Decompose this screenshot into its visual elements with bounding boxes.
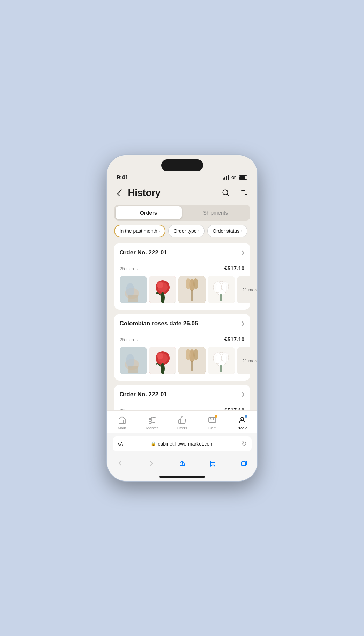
nav-item-market[interactable]: Market [141,414,163,432]
home-icon [118,415,127,425]
ios-toolbar [107,455,257,472]
content-area: History [107,182,257,481]
order-price: €517.10 [224,407,245,410]
filter-status[interactable]: Order status › [207,225,247,237]
forward-browser-button[interactable] [145,457,157,470]
profile-icon [238,415,247,425]
svg-point-33 [186,349,191,360]
order-meta: 25 items €517.10 [120,337,245,343]
nav-item-offers[interactable]: Offers [171,414,193,432]
product-image [208,347,235,374]
order-card[interactable]: Order No. 222-01 25 items €517.10 [114,385,250,410]
order-items-count: 25 items [120,408,138,410]
svg-point-23 [126,354,134,368]
filters-row: In the past month › Order type › Order s… [107,225,257,243]
svg-rect-47 [149,417,151,419]
browser-bar: AA 🔒 cabinet.flowermarket.com ↻ [107,433,257,455]
nav-label-profile: Profile [237,426,247,430]
svg-point-29 [157,353,163,359]
svg-point-9 [157,282,163,288]
nav-item-cart[interactable]: Cart [201,414,223,432]
more-images-badge: 21 more [237,276,257,303]
share-button[interactable] [176,457,188,470]
tabs-button[interactable] [238,457,250,470]
product-image [120,276,147,303]
order-card[interactable]: Colombian roses date 26.05 25 items €517… [114,314,250,381]
header-left: History [114,187,161,198]
order-title: Order No. 222-01 [120,391,167,398]
browser-url[interactable]: 🔒 cabinet.flowermarket.com [151,441,214,447]
svg-rect-25 [128,366,138,373]
svg-point-18 [213,282,222,293]
order-price: €517.10 [224,337,245,343]
filter-time[interactable]: In the past month › [114,225,166,237]
search-button[interactable] [220,187,232,199]
back-button[interactable] [114,187,125,198]
market-icon [148,415,157,425]
svg-point-19 [222,282,229,291]
tab-orders[interactable]: Orders [116,206,182,219]
chevron-icon: › [198,229,200,233]
order-card[interactable]: Order No. 222-01 25 items €517.10 [114,243,250,310]
nav-item-main[interactable]: Main [111,414,133,432]
nav-label-main: Main [118,426,126,430]
order-price: €517.10 [224,266,245,272]
order-meta: 25 items €517.10 [120,407,245,410]
nav-item-profile[interactable]: Profile [231,414,253,432]
svg-point-54 [241,417,244,420]
product-image [178,347,206,374]
reload-button[interactable]: ↻ [242,440,247,448]
chevron-right-icon [241,250,245,255]
dynamic-island [161,159,203,171]
product-image [178,276,206,303]
filter-type[interactable]: Order type › [168,225,205,237]
svg-rect-40 [220,365,222,372]
svg-point-14 [193,278,198,289]
order-images: 21 more [120,276,245,303]
order-card-header: Colombian roses date 26.05 [120,320,245,327]
browser-aa[interactable]: AA [118,441,123,447]
lock-icon: 🔒 [151,441,156,446]
svg-rect-5 [128,295,138,302]
back-browser-button[interactable] [114,457,127,470]
orders-list: Order No. 222-01 25 items €517.10 [107,243,257,410]
status-time: 9:41 [117,174,128,181]
svg-rect-55 [242,462,246,466]
nav-label-market: Market [146,426,158,430]
order-card-header: Order No. 222-01 [120,249,245,256]
svg-point-39 [222,353,229,362]
chevron-icon: › [159,229,160,233]
sort-button[interactable] [238,187,250,199]
phone-screen: 9:41 [107,155,257,481]
svg-rect-20 [220,294,222,301]
chevron-right-icon [241,392,245,397]
chevron-icon: › [241,229,242,233]
svg-rect-49 [149,422,151,423]
bookmarks-button[interactable] [207,457,219,470]
more-images-badge: 21 more [237,347,257,374]
tab-shipments[interactable]: Shipments [183,206,249,219]
page-title: History [128,187,161,198]
battery-icon [239,175,247,180]
svg-point-13 [186,278,191,289]
status-bar: 9:41 [107,171,257,182]
svg-rect-35 [191,361,193,371]
home-bar [159,476,205,478]
svg-point-38 [213,353,222,364]
phone-frame: 9:41 [107,155,257,481]
product-image [149,276,176,303]
nav-items: Main Ma [107,414,257,432]
product-image [149,347,176,374]
svg-point-3 [126,283,134,297]
offers-icon [178,415,187,425]
home-indicator [107,472,257,481]
svg-rect-48 [149,419,151,421]
url-text: cabinet.flowermarket.com [158,441,214,447]
wifi-icon [231,175,237,180]
order-title: Order No. 222-01 [120,249,167,256]
signal-icon [223,175,229,180]
order-items-count: 25 items [120,266,138,272]
order-images: 21 more [120,347,245,374]
bottom-nav: Main Ma [107,410,257,433]
svg-rect-15 [191,290,193,301]
